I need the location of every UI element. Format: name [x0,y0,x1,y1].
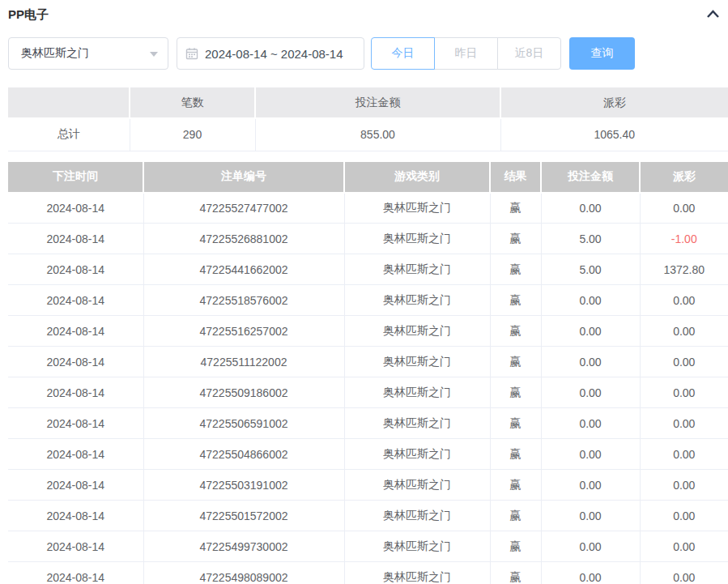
cell-payout: 1372.80 [640,254,728,285]
table-row: 2024-08-14 47225516257002 奥林匹斯之门 赢 0.00 … [8,316,728,347]
table-row: 2024-08-14 47225503191002 奥林匹斯之门 赢 0.00 … [8,470,728,501]
cell-bet-amount: 5.00 [541,254,640,285]
page-title: PP电子 [8,7,49,21]
cell-payout: 0.00 [640,193,728,224]
cell-bet-amount: 0.00 [541,285,640,316]
cell-bet-time: 2024-08-14 [8,470,143,501]
cell-game-type: 奥林匹斯之门 [344,531,490,562]
table-row: 2024-08-14 47225498089002 奥林匹斯之门 赢 0.00 … [8,562,728,584]
cell-game-type: 奥林匹斯之门 [344,254,490,285]
cell-payout: 0.00 [640,408,728,439]
summary-total-bet-amount: 855.00 [255,118,500,151]
table-row: 2024-08-14 47225527477002 奥林匹斯之门 赢 0.00 … [8,193,728,224]
cell-bet-time: 2024-08-14 [8,377,143,408]
bet-records-table: 下注时间 注单编号 游戏类别 结果 投注金额 派彩 2024-08-14 472… [8,162,728,584]
cell-result: 赢 [490,531,541,562]
cell-result: 赢 [490,439,541,470]
cell-result: 赢 [490,254,541,285]
cell-bet-time: 2024-08-14 [8,408,143,439]
cell-bet-time: 2024-08-14 [8,439,143,470]
cell-bet-id: 47225526881002 [143,224,344,254]
cell-result: 赢 [490,193,541,224]
cell-payout: 0.00 [640,316,728,347]
summary-total-label: 总计 [8,118,130,151]
game-select[interactable]: 奥林匹斯之门 [8,37,168,70]
col-header-bet-time: 下注时间 [8,162,143,193]
cell-bet-amount: 0.00 [541,316,640,347]
query-button[interactable]: 查询 [569,37,635,70]
summary-total-count: 290 [130,118,255,151]
col-header-bet-amount: 投注金额 [541,162,640,193]
cell-bet-amount: 0.00 [541,377,640,408]
cell-game-type: 奥林匹斯之门 [344,377,490,408]
cell-bet-id: 47225527477002 [143,193,344,224]
col-header-payout: 派彩 [640,162,728,193]
table-row: 2024-08-14 47225509186002 奥林匹斯之门 赢 0.00 … [8,377,728,408]
cell-game-type: 奥林匹斯之门 [344,501,490,531]
cell-payout: 0.00 [640,470,728,501]
cell-payout: 0.00 [640,531,728,562]
bet-table-body: 2024-08-14 47225527477002 奥林匹斯之门 赢 0.00 … [8,193,728,584]
cell-game-type: 奥林匹斯之门 [344,439,490,470]
cell-result: 赢 [490,347,541,377]
table-row: 2024-08-14 47225501572002 奥林匹斯之门 赢 0.00 … [8,501,728,531]
table-row: 2024-08-14 47225441662002 奥林匹斯之门 赢 5.00 … [8,254,728,285]
today-button[interactable]: 今日 [371,37,435,70]
cell-payout: 0.00 [640,439,728,470]
cell-game-type: 奥林匹斯之门 [344,470,490,501]
cell-bet-id: 47225506591002 [143,408,344,439]
cell-result: 赢 [490,224,541,254]
cell-result: 赢 [490,285,541,316]
cell-bet-time: 2024-08-14 [8,193,143,224]
cell-game-type: 奥林匹斯之门 [344,285,490,316]
cell-payout: 0.00 [640,562,728,584]
table-row: 2024-08-14 47225526881002 奥林匹斯之门 赢 5.00 … [8,224,728,254]
quick-range-button-group: 今日 昨日 近8日 [371,37,561,70]
summary-header-payout: 派彩 [500,87,728,118]
yesterday-button[interactable]: 昨日 [434,37,498,70]
date-range-value: 2024-08-14 ~ 2024-08-14 [205,47,343,61]
cell-bet-time: 2024-08-14 [8,224,143,254]
summary-total-row: 总计 290 855.00 1065.40 [8,118,728,151]
table-row: 2024-08-14 47225506591002 奥林匹斯之门 赢 0.00 … [8,408,728,439]
cell-game-type: 奥林匹斯之门 [344,224,490,254]
chevron-down-icon [150,52,158,57]
cell-bet-time: 2024-08-14 [8,501,143,531]
cell-game-type: 奥林匹斯之门 [344,193,490,224]
cell-bet-id: 47225441662002 [143,254,344,285]
cell-bet-id: 47225516257002 [143,316,344,347]
cell-result: 赢 [490,316,541,347]
cell-bet-amount: 0.00 [541,439,640,470]
cell-game-type: 奥林匹斯之门 [344,562,490,584]
cell-bet-amount: 0.00 [541,501,640,531]
cell-bet-time: 2024-08-14 [8,347,143,377]
cell-result: 赢 [490,501,541,531]
cell-payout: 0.00 [640,377,728,408]
cell-bet-amount: 0.00 [541,347,640,377]
table-row: 2024-08-14 47225504866002 奥林匹斯之门 赢 0.00 … [8,439,728,470]
calendar-icon [185,47,198,60]
cell-result: 赢 [490,408,541,439]
filter-bar: 奥林匹斯之门 2024-08-14 ~ 2024-08-14 今日 昨日 近8日… [8,37,728,70]
panel-header: PP电子 [0,0,728,28]
cell-bet-id: 47225518576002 [143,285,344,316]
cell-payout: -1.00 [640,224,728,254]
cell-bet-amount: 0.00 [541,193,640,224]
cell-game-type: 奥林匹斯之门 [344,408,490,439]
summary-header-row: 笔数 投注金额 派彩 [8,87,728,118]
summary-total-payout: 1065.40 [500,118,728,151]
summary-header-count: 笔数 [130,87,255,118]
cell-bet-id: 47225503191002 [143,470,344,501]
cell-bet-amount: 0.00 [541,470,640,501]
cell-payout: 0.00 [640,347,728,377]
date-range-input[interactable]: 2024-08-14 ~ 2024-08-14 [177,37,364,70]
cell-bet-amount: 0.00 [541,408,640,439]
cell-bet-id: 47225509186002 [143,377,344,408]
last-8-days-button[interactable]: 近8日 [497,37,561,70]
cell-bet-id: 47225501572002 [143,501,344,531]
cell-bet-time: 2024-08-14 [8,254,143,285]
table-row: 2024-08-14 47225511122002 奥林匹斯之门 赢 0.00 … [8,347,728,377]
cell-game-type: 奥林匹斯之门 [344,347,490,377]
table-row: 2024-08-14 47225518576002 奥林匹斯之门 赢 0.00 … [8,285,728,316]
collapse-panel-button[interactable] [704,5,722,23]
